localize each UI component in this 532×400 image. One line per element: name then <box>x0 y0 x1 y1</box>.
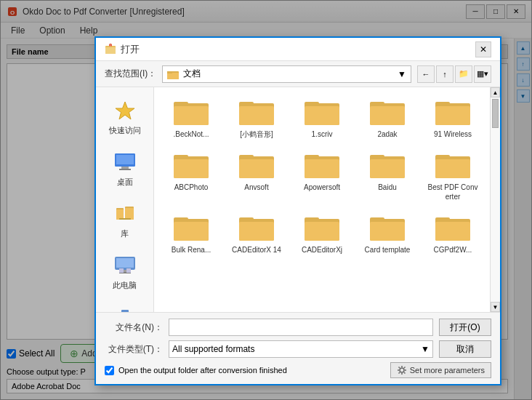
file-item-name: Apowersoft <box>304 183 340 192</box>
list-item[interactable]: CADEditorXj <box>291 209 353 259</box>
file-item-name: 91 Wireless <box>434 129 472 139</box>
folder-icon <box>174 97 209 127</box>
library-icon <box>113 202 137 225</box>
filename-row: 文件名(N)： 打开(O) <box>105 319 491 336</box>
more-params-button[interactable]: Set more parameters <box>390 362 491 378</box>
computer-label: 此电脑 <box>113 280 137 291</box>
file-item-name: CGPdf2W... <box>434 245 472 255</box>
folder-icon <box>435 213 470 242</box>
svg-rect-53 <box>305 155 319 159</box>
list-item[interactable]: 91 Wireless <box>422 93 484 143</box>
filetype-combo[interactable]: All supported formats ▼ <box>169 340 433 358</box>
file-item-name: Best PDF Converter <box>427 183 478 201</box>
svg-rect-50 <box>239 155 254 159</box>
svg-rect-24 <box>119 268 124 273</box>
file-grid: .BeckNot...[小鹤音形]1.scriv2adak91 Wireless… <box>160 93 484 259</box>
scroll-down-button[interactable]: ▼ <box>491 302 500 312</box>
folder-icon <box>370 97 405 127</box>
dialog-close-button[interactable]: ✕ <box>475 41 491 57</box>
svg-rect-66 <box>239 222 274 241</box>
svg-rect-32 <box>174 102 188 106</box>
svg-rect-19 <box>119 218 131 220</box>
sidebar-item-desktop[interactable]: 桌面 <box>100 146 150 192</box>
location-label: 查找范围(I)： <box>105 68 156 80</box>
star-icon <box>113 99 137 122</box>
svg-rect-68 <box>305 217 319 222</box>
cancel-button[interactable]: 取消 <box>439 340 491 358</box>
svg-rect-54 <box>305 159 339 178</box>
sidebar-item-computer[interactable]: 此电脑 <box>100 249 150 295</box>
dialog-overlay: O 打开 ✕ 查找范围(I)： 文档 ▼ ← <box>0 0 532 400</box>
file-item-name: Anvsoft <box>244 183 268 192</box>
svg-rect-62 <box>174 217 188 222</box>
back-button[interactable]: ← <box>417 65 435 83</box>
svg-rect-7 <box>167 73 179 79</box>
filename-input[interactable] <box>169 319 433 336</box>
svg-rect-57 <box>370 159 405 178</box>
library-label: 库 <box>121 228 129 239</box>
quickaccess-label: 快速访问 <box>109 125 141 136</box>
file-item-name: 2adak <box>377 129 397 139</box>
svg-rect-56 <box>370 155 384 159</box>
up-button[interactable]: ↑ <box>436 65 454 83</box>
filetype-arrow-icon: ▼ <box>421 344 430 354</box>
list-item[interactable]: Bulk Rena... <box>160 209 222 259</box>
folder-icon <box>370 213 405 242</box>
open-folder-checkbox-row: Open the output folder after conversion … <box>105 366 287 375</box>
file-item-name: ABCPhoto <box>174 183 209 192</box>
file-item-name: CADEditorXj <box>302 245 342 255</box>
open-button[interactable]: 打开(O) <box>439 319 491 336</box>
svg-rect-44 <box>435 102 450 106</box>
svg-rect-72 <box>370 222 405 241</box>
file-item-name: .BeckNot... <box>174 129 209 139</box>
dialog-body: 快速访问 桌面 <box>96 87 500 312</box>
sidebar-item-quickaccess[interactable]: 快速访问 <box>100 95 150 140</box>
new-folder-button[interactable]: 📁 <box>455 65 472 83</box>
list-item[interactable]: [小鹤音形] <box>225 93 288 143</box>
list-item[interactable]: Anvsoft <box>225 146 288 206</box>
filename-label: 文件名(N)： <box>105 321 163 334</box>
svg-rect-13 <box>121 167 129 169</box>
list-item[interactable]: 1.scriv <box>291 93 353 143</box>
svg-rect-71 <box>370 217 384 222</box>
folder-icon <box>239 151 274 180</box>
list-item[interactable]: Baidu <box>356 146 419 206</box>
file-grid-area: .BeckNot...[小鹤音形]1.scriv2adak91 Wireless… <box>154 87 490 312</box>
open-folder-checkbox[interactable] <box>105 366 114 375</box>
desktop-icon <box>113 151 137 174</box>
scroll-up-button[interactable]: ▲ <box>491 87 500 97</box>
folder-icon <box>174 151 209 180</box>
svg-rect-35 <box>239 102 254 106</box>
svg-rect-14 <box>119 169 131 170</box>
sidebar-item-library[interactable]: 库 <box>100 198 150 244</box>
file-item-name: Baidu <box>378 183 397 192</box>
scroll-thumb[interactable] <box>492 99 499 128</box>
folder-icon <box>239 213 274 242</box>
svg-rect-59 <box>435 155 450 159</box>
svg-rect-18 <box>125 208 134 220</box>
list-item[interactable]: Card template <box>356 209 419 259</box>
location-combo[interactable]: 文档 ▼ <box>162 65 411 83</box>
footer-bottom: Open the output folder after conversion … <box>105 362 491 378</box>
svg-rect-45 <box>435 106 470 125</box>
list-item[interactable]: Apowersoft <box>291 146 353 206</box>
list-item[interactable]: CGPdf2W... <box>422 209 484 259</box>
scroll-track <box>491 97 500 302</box>
list-item[interactable]: ABCPhoto <box>160 146 222 206</box>
dialog-title-bar: O 打开 ✕ <box>96 38 500 61</box>
open-file-dialog: O 打开 ✕ 查找范围(I)： 文档 ▼ ← <box>94 36 501 385</box>
list-item[interactable]: .BeckNot... <box>160 93 222 143</box>
folder-icon <box>435 151 470 180</box>
svg-rect-33 <box>174 106 209 125</box>
sidebar-item-network[interactable]: 网络 <box>100 301 150 312</box>
desktop-label: 桌面 <box>117 177 133 188</box>
folder-icon <box>370 151 405 180</box>
file-item-name: CADEditorX 14 <box>232 245 281 255</box>
svg-rect-51 <box>239 159 274 178</box>
list-item[interactable]: Best PDF Converter <box>422 146 484 206</box>
list-item[interactable]: CADEditorX 14 <box>225 209 288 259</box>
svg-rect-69 <box>305 222 339 241</box>
svg-rect-36 <box>239 106 274 125</box>
view-toggle-button[interactable]: ▦▾ <box>474 65 491 83</box>
list-item[interactable]: 2adak <box>356 93 419 143</box>
